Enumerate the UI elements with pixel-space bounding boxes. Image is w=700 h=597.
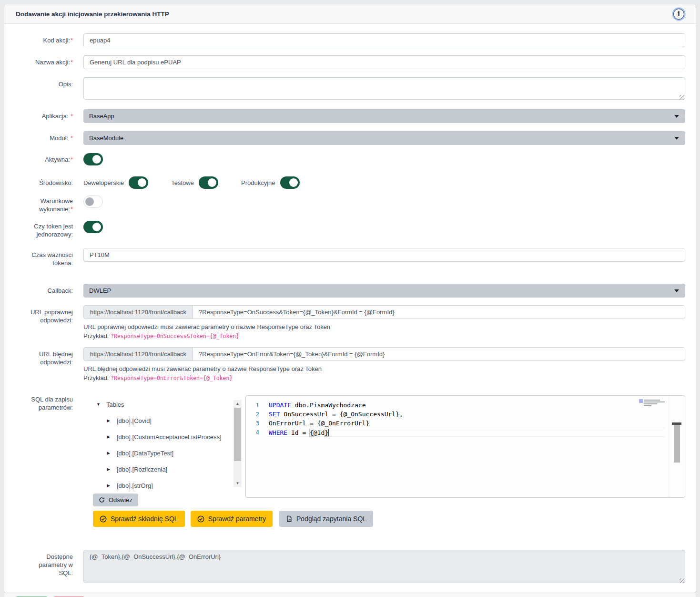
add-action-dialog: Dodawanie akcji inicjowanie przekierowan… <box>4 4 696 593</box>
tree-node-table[interactable]: ▶ [dbo].[strOrg] <box>107 477 242 492</box>
warunkowe-toggle[interactable] <box>83 196 103 208</box>
check-circle-icon <box>100 515 107 523</box>
url-blednej-help: URL błędnej odpowiedzi musi zawierać par… <box>83 364 685 373</box>
env-deweloperskie: Deweloperskie <box>83 176 148 189</box>
callback-select[interactable]: DWLEP <box>83 284 685 298</box>
field-row-czas-waznosci: Czas ważności tokena: <box>16 248 685 267</box>
check-sql-syntax-button[interactable]: Sprawdź składnię SQL <box>93 511 185 527</box>
dialog-title: Dodawanie akcji inicjowanie przekierowan… <box>16 10 169 18</box>
kod-akcji-input[interactable] <box>83 33 685 47</box>
env-deweloperskie-toggle[interactable] <box>129 176 148 189</box>
editor-scroll-marker <box>672 422 681 425</box>
check-circle-icon <box>197 515 204 523</box>
env-produkcyjne: Produkcyjne <box>241 176 300 189</box>
modul-label: Moduł: * <box>50 134 73 142</box>
env-testowe: Testowe <box>171 176 218 189</box>
form-body: Kod akcji:* Nazwa akcji:* Opis: Aplikacj… <box>4 24 696 593</box>
field-row-callback: Callback: DWLEP <box>16 284 685 298</box>
url-blednej-input[interactable] <box>193 347 685 361</box>
scroll-up-icon[interactable]: ▲ <box>233 400 242 407</box>
sql-code-editor[interactable]: 1 UPDATE dbo.PismaWychodzace 2 SET OnSuc… <box>245 395 685 498</box>
url-poprawnej-input[interactable] <box>193 305 685 319</box>
aktywna-toggle[interactable] <box>83 153 103 165</box>
chevron-down-icon <box>674 115 679 118</box>
kod-akcji-label: Kod akcji:* <box>43 36 73 44</box>
url-blednej-label: URL błędnej odpowiedzi: <box>16 350 73 366</box>
scrollbar-thumb[interactable] <box>234 408 241 461</box>
caret-right-icon[interactable]: ▶ <box>107 451 112 455</box>
czas-waznosci-label: Czas ważności tokena: <box>16 251 73 267</box>
editor-minimap[interactable] <box>639 399 667 408</box>
czy-token-toggle[interactable] <box>83 221 103 233</box>
editor-line: 1 UPDATE dbo.PismaWychodzace <box>246 401 685 410</box>
field-row-opis: Opis: <box>16 77 685 101</box>
editor-line-current: 4 WHERE Id = {@Id} <box>246 428 685 437</box>
scroll-down-icon[interactable]: ▼ <box>233 480 242 487</box>
env-deweloperskie-label: Deweloperskie <box>83 179 124 186</box>
modul-select[interactable]: BaseModule <box>83 131 685 145</box>
caret-right-icon[interactable]: ▶ <box>107 467 112 472</box>
tree-scrollbar[interactable]: ▲ ▼ <box>233 400 242 487</box>
nazwa-akcji-label: Nazwa akcji:* <box>35 58 73 66</box>
opis-label: Opis: <box>59 80 73 88</box>
tree-node-tables[interactable]: ▼ Tables <box>96 396 242 412</box>
env-testowe-toggle[interactable] <box>199 176 218 189</box>
field-row-sql: SQL dla zapisu parametrów: ▼ Tables ▶ <box>16 395 685 527</box>
dostepne-label: Dostępne parametry w SQL: <box>29 553 73 577</box>
tree-node-table[interactable]: ▶ [dbo].[DataTypeTest] <box>107 445 242 461</box>
caret-right-icon[interactable]: ▶ <box>107 483 112 488</box>
aplikacja-label: Aplikacja: * <box>42 112 73 120</box>
refresh-button[interactable]: Odśwież <box>93 494 138 506</box>
chevron-down-icon <box>674 137 679 140</box>
tree-node-table[interactable]: ▶ [dbo].[Rozliczenia] <box>107 461 242 477</box>
url-poprawnej-label: URL poprawnej odpowiedzi: <box>16 308 73 324</box>
czas-waznosci-input[interactable] <box>83 248 685 262</box>
caret-right-icon[interactable]: ▶ <box>107 418 112 423</box>
url-blednej-prefix: https://localhost:1120/front/callback <box>83 347 193 361</box>
dialog-header: Dodawanie akcji inicjowanie przekierowan… <box>4 4 696 24</box>
field-row-srodowisko: Środowisko: Deweloperskie Testowe Produk… <box>16 176 685 189</box>
text-cursor <box>328 429 329 436</box>
chevron-down-icon <box>674 289 679 292</box>
tree-node-table[interactable]: ▶ [dbo].[Covid] <box>107 412 242 429</box>
document-icon <box>286 515 293 522</box>
refresh-icon <box>99 497 105 503</box>
warunkowe-label: Warunkowe wykonanie:* <box>16 197 73 213</box>
aktywna-label: Aktywna:* <box>45 155 73 164</box>
resize-grip-icon[interactable] <box>680 578 684 583</box>
field-row-kod-akcji: Kod akcji:* <box>16 33 685 47</box>
callback-label: Callback: <box>48 287 73 295</box>
editor-scroll-column <box>669 396 685 497</box>
editor-scrollbar-thumb[interactable] <box>674 422 680 463</box>
field-row-modul: Moduł: * BaseModule <box>16 131 685 145</box>
field-row-aplikacja: Aplikacja: * BaseApp <box>16 109 685 123</box>
dialog-footer: Zapisz Anuluj <box>4 593 696 597</box>
aplikacja-select[interactable]: BaseApp <box>83 109 685 123</box>
czy-token-label: Czy token jest jednorazowy: <box>16 222 73 238</box>
nazwa-akcji-input[interactable] <box>83 55 685 69</box>
field-row-aktywna: Aktywna:* <box>16 153 685 167</box>
env-produkcyjne-toggle[interactable] <box>280 176 300 189</box>
caret-down-icon[interactable]: ▼ <box>96 402 101 407</box>
field-row-url-blednej: URL błędnej odpowiedzi: https://localhos… <box>16 347 685 383</box>
check-params-button[interactable]: Sprawdź parametry <box>191 511 273 527</box>
preview-sql-button[interactable]: Podgląd zapytania SQL <box>279 511 373 527</box>
url-poprawnej-help: URL poprawnej odpowiedzi musi zawierać p… <box>83 322 685 331</box>
srodowisko-label: Środowisko: <box>39 179 73 187</box>
field-row-czy-token: Czy token jest jednorazowy: <box>16 221 685 238</box>
env-testowe-label: Testowe <box>171 179 194 186</box>
editor-line: 3 OnErrorUrl = {@_OnErrorUrl} <box>246 419 685 428</box>
url-blednej-example: Przykład: ?ResponseType=OnError&Token={@… <box>83 373 685 383</box>
editor-line: 2 SET OnSuccessUrl = {@_OnSuccessUrl}, <box>246 410 685 419</box>
field-row-dostepne: Dostępne parametry w SQL: {@_Token},{@_O… <box>16 550 685 585</box>
caret-right-icon[interactable]: ▶ <box>107 434 112 439</box>
env-produkcyjne-label: Produkcyjne <box>241 179 275 186</box>
field-row-url-poprawnej: URL poprawnej odpowiedzi: https://localh… <box>16 305 685 341</box>
resize-grip-icon[interactable] <box>680 95 684 100</box>
tree-node-table[interactable]: ▶ [dbo].[CustomAcceptanceListProcess] <box>107 429 242 445</box>
sql-table-tree: ▼ Tables ▶ [dbo].[Covid] ▶ [dbo <box>83 395 242 492</box>
dostepne-parametry-textarea[interactable]: {@_Token},{@_OnSuccessUrl},{@_OnErrorUrl… <box>83 550 685 583</box>
url-poprawnej-example: Przykład: ?ResponseType=OnSuccess&Token=… <box>83 331 685 341</box>
opis-textarea[interactable] <box>83 77 685 100</box>
info-icon[interactable]: i <box>673 9 684 20</box>
